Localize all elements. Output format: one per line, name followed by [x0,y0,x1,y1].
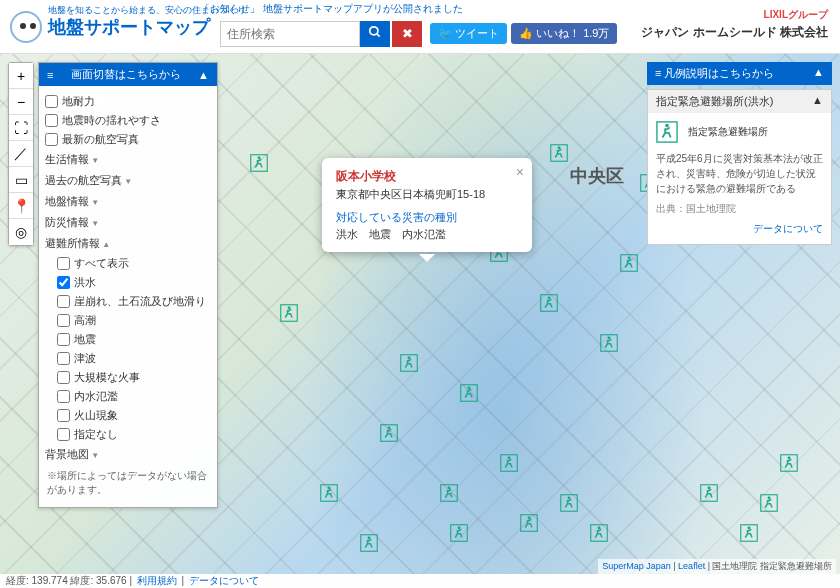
evacuation-marker[interactable] [400,354,418,372]
layer-root-1[interactable]: 地震時の揺れやすさ [45,111,211,130]
svg-point-51 [665,124,669,128]
evacuation-marker[interactable] [600,334,618,352]
layer-evac-6-checkbox[interactable] [57,371,70,384]
layers-header[interactable]: ≡ 画面切替はこちらから ▲ [39,63,217,86]
layer-evac-5[interactable]: 津波 [57,349,211,368]
popup-close-button[interactable]: × [516,164,524,180]
layer-group-0[interactable]: 生活情報 [45,149,211,170]
evacuation-marker[interactable] [450,524,468,542]
layer-group-2[interactable]: 地盤情報 [45,191,211,212]
evacuation-marker[interactable] [520,514,538,532]
data-link[interactable]: データについて [189,575,259,586]
draw-line-button[interactable]: ／ [9,141,33,167]
layer-evac-8[interactable]: 火山現象 [57,406,211,425]
layer-evac-7[interactable]: 内水氾濫 [57,387,211,406]
svg-point-9 [368,536,371,539]
legend-data-link[interactable]: データについて [656,222,823,236]
layer-root-2-checkbox[interactable] [45,133,58,146]
evacuation-marker[interactable] [280,304,298,322]
like-button[interactable]: 👍 いいね！ 1.9万 [511,23,617,44]
svg-point-31 [568,496,571,499]
svg-line-1 [377,34,380,37]
layer-evac-8-checkbox[interactable] [57,409,70,422]
layer-root-1-checkbox[interactable] [45,114,58,127]
layer-root-2[interactable]: 最新の航空写真 [45,130,211,149]
attrib-supermap[interactable]: SuperMap Japan [602,561,671,571]
layer-evac-6-label: 大規模な火事 [74,370,140,385]
svg-point-23 [508,456,511,459]
evacuation-icon [656,121,678,143]
marker-button[interactable]: 📍 [9,193,33,219]
layer-group-1[interactable]: 過去の航空写真 [45,170,211,191]
svg-point-33 [598,526,601,529]
evacuation-marker[interactable] [440,484,458,502]
layer-evac-3-checkbox[interactable] [57,314,70,327]
layer-evac-6[interactable]: 大規模な火事 [57,368,211,387]
layer-group-bg[interactable]: 背景地図 [45,444,211,465]
evacuation-marker[interactable] [700,484,718,502]
legend-panel: ≡ 凡例説明はこちらから▲ 指定緊急避難場所(洪水)▲ 指定緊急避難場所 平成2… [647,62,832,245]
svg-point-15 [448,486,451,489]
layer-evac-4[interactable]: 地震 [57,330,211,349]
layer-root-0-checkbox[interactable] [45,95,58,108]
popup-hazards: 洪水 地震 内水氾濫 [336,227,518,242]
svg-point-35 [608,336,611,339]
evacuation-marker[interactable] [550,144,568,162]
evacuation-marker[interactable] [500,454,518,472]
layer-root-0[interactable]: 地耐力 [45,92,211,111]
clear-button[interactable]: ✖ [392,21,422,47]
layer-evac-2[interactable]: 崖崩れ、土石流及び地滑り [57,292,211,311]
svg-point-41 [708,486,711,489]
search-button[interactable] [360,21,390,47]
evacuation-marker[interactable] [590,524,608,542]
layer-evac-0-checkbox[interactable] [57,257,70,270]
layer-evac-2-label: 崖崩れ、土石流及び地滑り [74,294,206,309]
evacuation-marker[interactable] [360,534,378,552]
fullscreen-button[interactable]: ⛶ [9,115,33,141]
locate-button[interactable]: ◎ [9,219,33,245]
layer-evac-5-checkbox[interactable] [57,352,70,365]
layer-root-2-label: 最新の航空写真 [62,132,139,147]
svg-point-25 [528,516,531,519]
zoom-in-button[interactable]: + [9,63,33,89]
brand-group: LIXILグループ [641,8,828,22]
draw-rect-button[interactable]: ▭ [9,167,33,193]
layer-evac-1[interactable]: 洪水 [57,273,211,292]
evacuation-marker[interactable] [760,494,778,512]
layer-group-3[interactable]: 防災情報 [45,212,211,233]
popup-title: 阪本小学校 [336,168,518,185]
tweet-button[interactable]: 🐦 ツイート [430,23,507,44]
map-toolbar: + − ⛶ ／ ▭ 📍 ◎ [8,62,34,246]
evacuation-marker[interactable] [780,454,798,472]
layer-evac-4-checkbox[interactable] [57,333,70,346]
layer-evac-9-checkbox[interactable] [57,428,70,441]
attrib-leaflet[interactable]: Leaflet [678,561,705,571]
layer-evac-5-label: 津波 [74,351,96,366]
svg-point-7 [328,486,331,489]
evacuation-marker[interactable] [250,154,268,172]
logo[interactable]: 地盤を知ることから始まる、安心の住まいづくり 地盤サポートマップ [10,11,210,43]
evacuation-marker[interactable] [320,484,338,502]
search-input[interactable] [220,21,360,47]
evacuation-marker[interactable] [540,294,558,312]
evacuation-marker[interactable] [560,494,578,512]
evacuation-marker[interactable] [740,524,758,542]
layer-evac-3[interactable]: 高潮 [57,311,211,330]
zoom-out-button[interactable]: − [9,89,33,115]
layer-evac-0[interactable]: すべて表示 [57,254,211,273]
district-label: 中央区 [570,164,624,188]
layer-evac-9[interactable]: 指定なし [57,425,211,444]
layer-group-evac[interactable]: 避難所情報 [45,233,211,254]
evacuation-marker[interactable] [380,424,398,442]
layer-evac-7-checkbox[interactable] [57,390,70,403]
legend-header[interactable]: ≡ 凡例説明はこちらから▲ [647,62,832,85]
evacuation-marker[interactable] [620,254,638,272]
legend-section-header[interactable]: 指定緊急避難場所(洪水)▲ [648,90,831,113]
popup-subheading: 対応している災害の種別 [336,210,518,225]
layer-evac-1-checkbox[interactable] [57,276,70,289]
terms-link[interactable]: 利用規約 [137,575,177,586]
layer-evac-2-checkbox[interactable] [57,295,70,308]
evacuation-marker[interactable] [460,384,478,402]
svg-point-49 [788,456,791,459]
footer: 経度: 139.774 緯度: 35.676 | 利用規約 | データについて [0,574,840,588]
